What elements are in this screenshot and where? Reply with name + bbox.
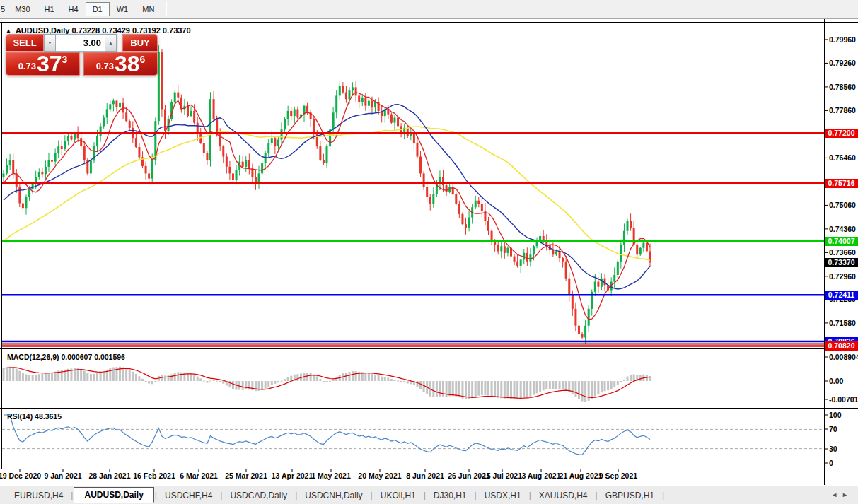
chart-tabs-bar: ◄► EURUSD,H4|AUDUSD,Daily|USDCHF,H4|USDC… (0, 486, 858, 504)
tab-separator: | (424, 491, 426, 500)
timeframe-button-h1[interactable]: H1 (37, 2, 62, 16)
chart-tab-dj30[interactable]: DJ30,H1 (427, 488, 474, 503)
tab-separator: | (295, 491, 297, 500)
buy-price-base: 0.73 (96, 61, 114, 71)
chart-tab-gbpusd[interactable]: GBPUSD,H1 (598, 488, 661, 503)
timeframe-button-m30[interactable]: M30 (8, 2, 37, 16)
chart-tab-usdcad[interactable]: USDCAD,Daily (223, 488, 294, 503)
tab-separator: | (371, 491, 373, 500)
volume-decrease-button[interactable]: ▼ (44, 34, 56, 52)
tab-scroll-left-icon[interactable]: ◄ (831, 491, 842, 498)
trading-platform-window: 5M30H1H4D1W1MN ▲ AUDUSD,Daily 0.73228 0.… (0, 0, 858, 504)
tab-separator: | (529, 491, 531, 500)
spinner-up-icon: ▲ (108, 40, 113, 45)
sell-price-base: 0.73 (18, 61, 36, 71)
chart-tab-audusd[interactable]: AUDUSD,Daily (74, 487, 153, 503)
tab-scroll-right-icon[interactable]: ► (842, 491, 852, 498)
volume-increase-button[interactable]: ▲ (105, 34, 117, 52)
sell-button[interactable]: SELL (6, 34, 44, 52)
timeframe-toolbar: 5M30H1H4D1W1MN (0, 0, 858, 19)
tab-scroll-arrows[interactable]: ◄► (831, 491, 852, 498)
one-click-trade-widget: SELL ▼ ▲ BUY 0.73 37 3 0.73 38 6 (6, 34, 158, 76)
chart-tab-eurusd[interactable]: EURUSD,H4 (7, 488, 70, 503)
spinner-down-icon: ▼ (47, 40, 52, 45)
buy-button[interactable]: BUY (122, 34, 158, 52)
sell-price-pips: 37 (37, 53, 62, 74)
buy-price-point: 6 (140, 54, 146, 65)
timeframe-button-d1[interactable]: D1 (86, 2, 110, 16)
chart-canvas[interactable] (0, 18, 858, 486)
chart-tab-usdcnh[interactable]: USDCNH,Daily (298, 488, 369, 503)
timeframe-button-m5[interactable]: 5 (0, 2, 8, 16)
chart-tab-usdx[interactable]: USDX,H1 (477, 488, 528, 503)
tab-separator: | (596, 491, 598, 500)
chart-tab-xauusd[interactable]: XAUUSD,H4 (532, 488, 595, 503)
chart-tab-usdchf[interactable]: USDCHF,H4 (158, 488, 219, 503)
toolbar-separator (166, 2, 167, 16)
buy-price-pips: 38 (115, 53, 140, 74)
timeframe-button-mn[interactable]: MN (135, 2, 161, 16)
chart-tab-ukoil[interactable]: UKOil,H1 (373, 488, 423, 503)
tab-separator: | (155, 491, 157, 500)
buy-price-display[interactable]: 0.73 38 6 (83, 52, 158, 76)
sell-price-display[interactable]: 0.73 37 3 (6, 52, 80, 76)
tab-separator: | (475, 491, 477, 500)
timeframe-button-w1[interactable]: W1 (110, 2, 136, 16)
volume-input[interactable] (56, 34, 105, 52)
tab-separator: | (662, 491, 664, 500)
tab-separator: | (220, 491, 222, 500)
timeframe-button-h4[interactable]: H4 (62, 2, 86, 16)
sell-price-point: 3 (62, 54, 68, 65)
tab-separator: | (71, 491, 73, 500)
